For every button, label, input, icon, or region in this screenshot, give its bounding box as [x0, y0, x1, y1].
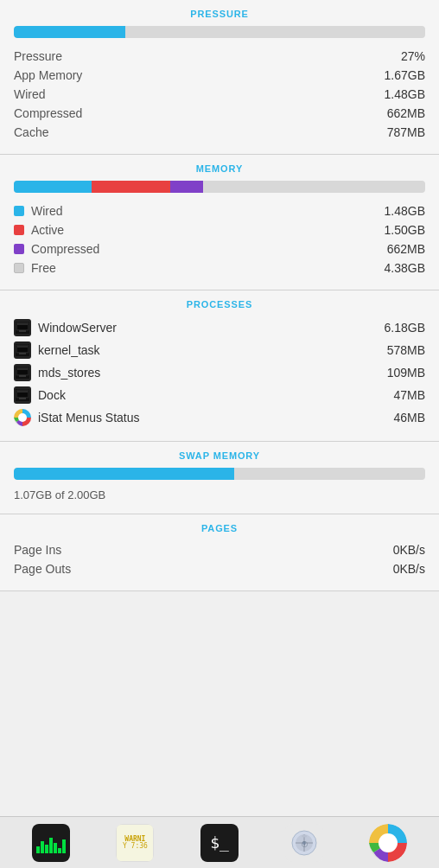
cache-label: Cache: [14, 125, 48, 139]
dock-icon: [14, 386, 31, 404]
memory-title: MEMORY: [14, 163, 425, 174]
svg-rect-18: [17, 393, 28, 397]
pressure-stat-row: Pressure 27%: [14, 47, 425, 66]
process-row-dock: Dock 47MB: [14, 384, 425, 406]
compressed-legend-label: Compressed: [31, 242, 387, 256]
page-outs-row: Page Outs 0KB/s: [14, 559, 425, 578]
compressed-legend-value: 662MB: [387, 242, 425, 256]
mds-name: mds_stores: [38, 366, 387, 380]
svg-text:ⓘ: ⓘ: [301, 841, 307, 847]
active-dot: [14, 225, 24, 235]
swap-fill: [14, 468, 234, 480]
wired-legend-row: Wired 1.48GB: [14, 201, 425, 220]
cache-row: Cache 787MB: [14, 123, 425, 142]
svg-point-21: [18, 413, 27, 422]
processes-section: PROCESSES WindowServer 6.18GB: [0, 290, 439, 442]
compressed-dot: [14, 244, 24, 254]
istat-value: 46MB: [393, 411, 425, 424]
swap-bar: [14, 468, 425, 480]
processes-title: PROCESSES: [14, 299, 425, 310]
system-info-dock-icon[interactable]: ⓘ: [285, 824, 323, 862]
istat-process-icon: [14, 409, 31, 426]
pressure-value: 27%: [401, 49, 425, 63]
active-legend-label: Active: [31, 223, 385, 237]
process-row-istat: iStat Menus Status 46MB: [14, 406, 425, 429]
wired-segment: [14, 181, 92, 193]
free-legend-label: Free: [31, 261, 385, 275]
activity-monitor-dock-icon[interactable]: [32, 824, 70, 862]
pressure-fill: [14, 26, 125, 38]
windowserver-icon: [14, 319, 31, 336]
pressure-label: Pressure: [14, 49, 62, 63]
istat-name: iStat Menus Status: [38, 411, 393, 424]
app-memory-row: App Memory 1.67GB: [14, 66, 425, 85]
compressed-pressure-row: Compressed 662MB: [14, 104, 425, 123]
svg-rect-8: [17, 348, 28, 352]
process-row-windowserver: WindowServer 6.18GB: [14, 316, 425, 339]
swap-section: SWAP MEMORY 1.07GB of 2.00GB: [0, 442, 439, 514]
terminal-dock-icon[interactable]: $_: [200, 824, 239, 862]
wired-dot: [14, 206, 24, 216]
dock-name: Dock: [38, 388, 393, 402]
page-ins-label: Page Ins: [14, 543, 61, 557]
page-ins-value: 0KB/s: [393, 543, 425, 557]
svg-point-30: [379, 833, 398, 852]
dock-value: 47MB: [393, 388, 425, 402]
page-outs-value: 0KB/s: [393, 562, 425, 576]
pressure-bar: [14, 26, 425, 38]
free-legend-value: 4.38GB: [385, 261, 425, 275]
compressed-segment: [170, 181, 203, 193]
swap-info: 1.07GB of 2.00GB: [14, 488, 425, 501]
page-outs-label: Page Outs: [14, 562, 71, 576]
memory-bar: [14, 181, 425, 193]
compressed-legend-row: Compressed 662MB: [14, 239, 425, 258]
compressed-pressure-label: Compressed: [14, 106, 82, 120]
pressure-section: PRESSURE Pressure 27% App Memory 1.67GB …: [0, 0, 439, 155]
windowserver-name: WindowServer: [38, 321, 385, 335]
wired-value: 1.48GB: [385, 87, 425, 101]
process-row-kernel: kernel_task 578MB: [14, 339, 425, 361]
mds-value: 109MB: [387, 366, 425, 380]
dock-bar: WARNI Y 7:36 $_ ⓘ: [0, 816, 439, 868]
svg-rect-13: [17, 370, 28, 374]
process-row-mds: mds_stores 109MB: [14, 361, 425, 384]
pages-title: PAGES: [14, 523, 425, 533]
free-legend-row: Free 4.38GB: [14, 258, 425, 278]
app-memory-label: App Memory: [14, 68, 82, 82]
activity-graph: [36, 833, 66, 853]
swap-title: SWAP MEMORY: [14, 450, 425, 461]
pressure-title: PRESSURE: [14, 9, 425, 19]
kernel-icon: [14, 341, 31, 359]
istat-dock-icon[interactable]: [369, 824, 407, 862]
pages-section: PAGES Page Ins 0KB/s Page Outs 0KB/s: [0, 514, 439, 591]
kernel-value: 578MB: [387, 343, 425, 357]
app-memory-value: 1.67GB: [385, 68, 425, 82]
memory-section: MEMORY Wired 1.48GB Active 1.50GB Compre…: [0, 155, 439, 290]
wired-legend-value: 1.48GB: [385, 204, 425, 218]
svg-point-26: [302, 834, 307, 837]
active-legend-row: Active 1.50GB: [14, 220, 425, 239]
wired-row: Wired 1.48GB: [14, 85, 425, 104]
kernel-name: kernel_task: [38, 343, 387, 357]
console-dock-icon[interactable]: WARNI Y 7:36: [116, 824, 154, 862]
page-ins-row: Page Ins 0KB/s: [14, 540, 425, 559]
svg-rect-3: [17, 325, 28, 329]
compressed-pressure-value: 662MB: [387, 106, 425, 120]
active-segment: [92, 181, 169, 193]
active-legend-value: 1.50GB: [385, 223, 425, 237]
cache-value: 787MB: [387, 125, 425, 139]
windowserver-value: 6.18GB: [385, 321, 425, 335]
mds-icon: [14, 364, 31, 381]
wired-legend-label: Wired: [31, 204, 385, 218]
wired-label: Wired: [14, 87, 46, 101]
free-dot: [14, 263, 24, 273]
